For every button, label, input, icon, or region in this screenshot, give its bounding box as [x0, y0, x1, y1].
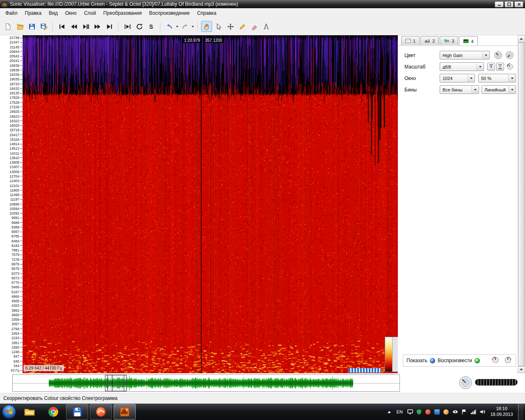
blue-app-icon[interactable] [434, 409, 440, 415]
zoom-thumbnail-widget[interactable] [348, 368, 381, 373]
play-pause-button[interactable] [80, 21, 91, 32]
tab-4[interactable]: 4 [459, 36, 477, 46]
frequency-tick-label: 6976 [0, 262, 23, 266]
menu-item[interactable]: Файл [2, 9, 21, 18]
scale-select[interactable]: дБВ [440, 62, 484, 71]
menu-item[interactable]: Справка [193, 9, 220, 18]
orange-app-icon[interactable] [443, 409, 449, 415]
taskbar-save-app-button[interactable] [66, 404, 88, 420]
open-file-button[interactable] [14, 21, 25, 32]
tick-mark [20, 227, 22, 227]
show-label: Показать [406, 358, 427, 363]
colour-select[interactable]: High Gain [440, 51, 490, 59]
bins-select[interactable]: Все бины [440, 85, 479, 94]
taskbar-clock[interactable]: 18:10 18.09.2013 [488, 406, 515, 418]
solo-button[interactable]: S [146, 21, 157, 32]
properties-panel: 1 2 3 4 Цвет High Gain Масштаб дБВ Окно … [398, 35, 518, 373]
menu-item[interactable]: Окно [62, 9, 80, 18]
taskbar-aimp-button[interactable] [90, 404, 112, 420]
color-scale-scrollbar[interactable] [392, 337, 398, 372]
show-toggle-led[interactable] [430, 358, 435, 363]
frequency-tick-label: 645 [0, 359, 23, 363]
vertical-scrollbar[interactable] [518, 35, 525, 373]
spectrogram-canvas[interactable] [23, 35, 398, 373]
language-indicator[interactable]: EN [395, 409, 404, 414]
action-center-flag-icon[interactable] [461, 409, 467, 415]
volume-icon[interactable] [479, 409, 485, 415]
normalize-columns-button[interactable] [487, 63, 495, 71]
playback-gain-knob[interactable] [491, 356, 500, 366]
taskbar-chrome-button[interactable] [42, 404, 64, 420]
minimize-button[interactable] [495, 1, 504, 7]
menu-item[interactable]: Слой [80, 9, 100, 18]
normalize-visible-button[interactable] [496, 63, 504, 71]
menu-item[interactable]: Вид [45, 9, 62, 18]
scrollbar-thumb[interactable] [518, 42, 525, 366]
save-button[interactable] [26, 21, 37, 32]
frequency-tick-label: 5167 [0, 290, 23, 294]
window-size-select[interactable]: 1024 [440, 74, 475, 82]
gain-dial[interactable] [506, 62, 514, 71]
hidden-icons-button[interactable] [386, 409, 393, 415]
play-loop-button[interactable] [134, 21, 145, 32]
start-button[interactable] [1, 404, 17, 420]
spectrogram-pane[interactable]: 1:20.979 357.1200 6:29.642 / 44100 Гц [23, 35, 398, 373]
tool-erase-button[interactable] [249, 21, 260, 32]
bins-scale-select[interactable]: Линейный [482, 85, 516, 94]
tab-2[interactable]: 2 [420, 36, 439, 45]
tick-mark [20, 213, 22, 214]
network-icon[interactable] [470, 409, 476, 415]
rewind-button[interactable] [68, 21, 79, 32]
antivirus-icon[interactable] [425, 409, 431, 415]
colour-rotate-dial[interactable] [494, 51, 502, 59]
playback-speed-slider[interactable] [475, 379, 518, 386]
playback-speed-knob[interactable] [459, 376, 472, 390]
tool-edit-button[interactable] [225, 21, 236, 32]
play-selection-button[interactable] [122, 21, 133, 32]
redo-dropdown-caret[interactable] [192, 26, 194, 27]
undo-dropdown-caret[interactable] [176, 26, 178, 27]
maximize-button[interactable] [504, 1, 514, 7]
redo-button[interactable] [179, 21, 190, 32]
overview-waveform-pane[interactable] [12, 374, 400, 392]
chevron-down-icon [511, 78, 514, 79]
tool-measure-button[interactable] [260, 21, 272, 32]
scroll-up-button[interactable] [518, 35, 525, 42]
arrow-down-icon [520, 369, 523, 371]
tool-draw-button[interactable] [237, 21, 248, 32]
show-desktop-button[interactable] [518, 404, 523, 420]
undo-button[interactable] [164, 21, 175, 32]
frequency-tick-label: 8484 [0, 239, 23, 243]
frequency-tick-label: 4565 [0, 299, 23, 303]
tool-select-button[interactable] [213, 21, 224, 32]
layer-playback-footer: Показать Воспроизвести [403, 354, 516, 367]
monitor-icon[interactable] [407, 409, 413, 415]
frequency-tick-label: 14814 [0, 142, 23, 146]
close-button[interactable] [514, 1, 523, 7]
playback-pan-knob[interactable] [503, 356, 512, 366]
tab-1[interactable]: 1 [401, 36, 420, 45]
window-overlap-select[interactable]: 50 % [478, 74, 516, 82]
scroll-down-button[interactable] [518, 366, 525, 373]
menu-item[interactable]: Преобразования [100, 9, 146, 18]
new-file-button[interactable] [2, 21, 14, 32]
menu-item[interactable]: Воспроизведение [145, 9, 193, 18]
eye-icon[interactable] [452, 409, 458, 415]
tick-mark [20, 107, 22, 107]
overview-waveform-canvas[interactable] [13, 375, 399, 391]
export-button[interactable] [38, 21, 49, 32]
skip-end-button[interactable] [104, 21, 115, 32]
shield-icon[interactable] [416, 409, 422, 415]
aimp-icon [96, 406, 106, 417]
play-toggle-led[interactable] [475, 358, 480, 363]
tab-3[interactable]: 3 [440, 36, 458, 45]
taskbar-sonic-visualiser-button[interactable] [114, 404, 136, 420]
colour-gain-dial[interactable] [505, 51, 514, 59]
taskbar-explorer-button[interactable] [18, 404, 41, 420]
skip-start-button[interactable] [56, 21, 67, 32]
menu-item[interactable]: Правка [21, 9, 46, 18]
fast-forward-button[interactable] [92, 21, 103, 32]
tick-mark [20, 292, 22, 292]
tool-navigate-button[interactable] [201, 21, 212, 32]
frequency-tick-label: 7579 [0, 253, 23, 257]
